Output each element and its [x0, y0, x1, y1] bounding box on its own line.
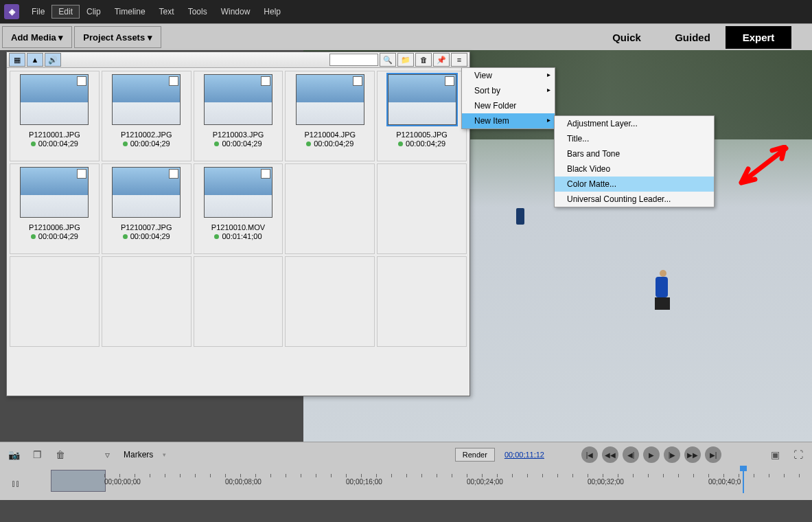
- menu-timeline[interactable]: Timeline: [108, 5, 152, 19]
- app-icon: ◈: [4, 4, 19, 19]
- goto-end-button[interactable]: ▶|: [705, 446, 721, 463]
- ctx-sort-by[interactable]: Sort by: [462, 83, 555, 98]
- asset-name: P1210002.JPG: [121, 130, 172, 139]
- ctx-new-folder[interactable]: New Folder: [462, 98, 555, 113]
- thumbnail[interactable]: [112, 74, 181, 125]
- trash-icon[interactable]: 🗑: [415, 53, 432, 67]
- asset-duration: 00:00:04;29: [123, 139, 170, 148]
- ruler-label: 00;00;16;00: [346, 478, 382, 486]
- folder-icon[interactable]: 📁: [397, 53, 414, 67]
- ruler-label: 00;00;32;00: [588, 478, 624, 486]
- menu-tools[interactable]: Tools: [181, 5, 214, 19]
- menu-edit[interactable]: Edit: [51, 5, 80, 19]
- tab-quick[interactable]: Quick: [594, 26, 660, 49]
- markers-label[interactable]: Markers: [124, 450, 153, 459]
- timeline-clip[interactable]: [51, 470, 106, 492]
- timeline-zoom-icon[interactable]: ⫿⫿: [7, 476, 25, 491]
- playhead[interactable]: [743, 467, 744, 493]
- ctx-title[interactable]: Title...: [555, 131, 714, 146]
- render-button[interactable]: Render: [455, 448, 495, 462]
- thumbnail[interactable]: [20, 167, 89, 218]
- thumbnail[interactable]: [20, 74, 89, 125]
- status-dot: [306, 141, 311, 146]
- asset-item[interactable]: P1210004.JPG00:00:04;29: [285, 71, 375, 161]
- rewind-button[interactable]: ◀◀: [602, 446, 618, 463]
- status-dot: [123, 234, 128, 239]
- timeline-ruler[interactable]: 00;00;00;0000;00;08;0000;00;16;0000;00;2…: [104, 467, 812, 493]
- asset-duration: 00:00:04;29: [123, 232, 170, 240]
- markers-icon[interactable]: ▿: [100, 449, 114, 461]
- add-media-button[interactable]: Add Media ▾: [2, 26, 72, 48]
- asset-name: P1210010.MOV: [211, 223, 265, 231]
- asset-duration: 00:00:04;29: [214, 139, 262, 148]
- panel-menu-icon[interactable]: ≡: [451, 53, 467, 67]
- asset-name: P1210006.JPG: [29, 223, 80, 231]
- project-assets-panel: ▦ ▲ 🔊 🔍 📁 🗑 📌 ≡ P1210001.JPG00:00:04;29P…: [6, 52, 470, 396]
- safe-margins-icon[interactable]: ▣: [768, 449, 782, 461]
- trash-icon[interactable]: 🗑: [54, 449, 67, 461]
- asset-item[interactable]: P1210005.JPG00:00:04;29: [377, 71, 467, 161]
- search-icon[interactable]: 🔍: [380, 53, 396, 67]
- fullscreen-icon[interactable]: ⛶: [791, 449, 805, 461]
- thumbnail[interactable]: [388, 74, 456, 125]
- pin-icon[interactable]: 📌: [433, 53, 450, 67]
- step-back-button[interactable]: ◀|: [623, 446, 639, 463]
- ctx-color-matte[interactable]: Color Matte...: [555, 177, 714, 192]
- titlebar: ◈ File Edit Clip Timeline Text Tools Win…: [0, 0, 812, 23]
- menu-window[interactable]: Window: [214, 5, 257, 19]
- tab-expert[interactable]: Expert: [726, 26, 791, 49]
- search-input[interactable]: [329, 54, 378, 66]
- asset-name: P1210001.JPG: [29, 130, 80, 139]
- camera-icon[interactable]: 📷: [7, 449, 21, 461]
- ruler-label: 00;00;08;00: [225, 478, 262, 486]
- menu-text[interactable]: Text: [152, 5, 181, 19]
- status-dot: [123, 141, 128, 146]
- ctx-universal-counting-leader[interactable]: Universal Counting Leader...: [555, 192, 714, 207]
- timecode[interactable]: 00;00;11;12: [504, 451, 544, 459]
- menu-file[interactable]: File: [25, 5, 51, 19]
- menu-help[interactable]: Help: [257, 5, 288, 19]
- filter-audio-icon[interactable]: 🔊: [45, 53, 61, 67]
- timeline[interactable]: ⫿⫿ 00;00;00;0000;00;08;0000;00;16;0000;0…: [0, 467, 812, 500]
- context-submenu-new-item: Adjustment Layer... Title... Bars and To…: [554, 115, 715, 207]
- asset-item[interactable]: P1210007.JPG00:00:04;29: [102, 163, 192, 254]
- main-area: ▦ ▲ 🔊 🔍 📁 🗑 📌 ≡ P1210001.JPG00:00:04;29P…: [0, 50, 812, 442]
- assets-grid: P1210001.JPG00:00:04;29P1210002.JPG00:00…: [7, 68, 469, 396]
- thumbnail[interactable]: [112, 167, 181, 218]
- goto-start-button[interactable]: |◀: [581, 446, 598, 463]
- asset-duration: 00:00:04;29: [31, 232, 78, 240]
- ctx-bars-and-tone[interactable]: Bars and Tone: [555, 146, 714, 161]
- status-dot: [398, 141, 403, 146]
- freeze-frame-icon[interactable]: ❐: [30, 449, 44, 461]
- thumbnail[interactable]: [296, 74, 364, 125]
- filter-video-icon[interactable]: ▦: [9, 53, 25, 67]
- asset-item[interactable]: P1210010.MOV00:01:41;00: [194, 163, 283, 254]
- asset-item[interactable]: P1210006.JPG00:00:04;29: [10, 163, 100, 254]
- project-assets-button[interactable]: Project Assets ▾: [74, 26, 161, 48]
- filter-image-icon[interactable]: ▲: [27, 53, 43, 67]
- step-forward-button[interactable]: |▶: [664, 446, 680, 463]
- ctx-view[interactable]: View: [462, 68, 555, 83]
- asset-empty: [285, 163, 375, 254]
- annotation-arrow: [731, 145, 793, 193]
- ctx-black-video[interactable]: Black Video: [555, 161, 714, 177]
- asset-empty: [194, 256, 283, 347]
- ctx-new-item[interactable]: New Item: [462, 113, 555, 128]
- asset-empty: [377, 163, 467, 254]
- asset-item[interactable]: P1210003.JPG00:00:04;29: [194, 71, 283, 161]
- fast-forward-button[interactable]: ▶▶: [684, 446, 701, 463]
- thumbnail[interactable]: [204, 167, 272, 218]
- asset-duration: 00:00:04;29: [398, 139, 445, 148]
- asset-duration: 00:01:41;00: [214, 232, 262, 240]
- asset-item[interactable]: P1210001.JPG00:00:04;29: [10, 71, 100, 161]
- ctx-adjustment-layer[interactable]: Adjustment Layer...: [555, 116, 714, 131]
- asset-item[interactable]: P1210002.JPG00:00:04;29: [102, 71, 192, 161]
- play-button[interactable]: ▶: [643, 446, 660, 463]
- workspace-bar: Add Media ▾ Project Assets ▾ Quick Guide…: [0, 23, 812, 50]
- status-dot: [214, 141, 219, 146]
- thumbnail[interactable]: [204, 74, 272, 125]
- tab-guided[interactable]: Guided: [660, 26, 726, 49]
- preview-figure: [651, 270, 675, 308]
- status-dot: [214, 234, 219, 239]
- menu-clip[interactable]: Clip: [80, 5, 108, 19]
